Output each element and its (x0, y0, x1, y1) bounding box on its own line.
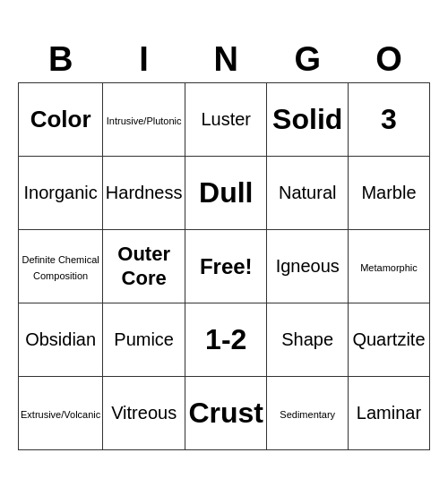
cell-r1-c0: Inorganic (19, 157, 103, 230)
cell-r4-c4: Laminar (348, 377, 429, 450)
cell-text: Shape (281, 329, 333, 349)
cell-text: Intrusive/Plutonic (107, 115, 182, 126)
cell-text: Inorganic (23, 183, 97, 202)
cell-text: Quartzite (352, 329, 425, 349)
cell-r2-c1: Outer Core (103, 230, 185, 303)
cell-text: Luster (201, 109, 251, 129)
cell-r1-c2: Dull (185, 157, 267, 230)
cell-r4-c2: Crust (185, 377, 267, 450)
cell-text: Outer Core (117, 243, 170, 288)
cell-r3-c0: Obsidian (19, 303, 103, 377)
header-row: B I N G O (19, 37, 430, 83)
cell-text: Crust (188, 397, 263, 429)
cell-r2-c4: Metamorphic (348, 230, 429, 303)
cell-r3-c3: Shape (267, 303, 349, 377)
cell-r0-c0: Color (19, 83, 103, 157)
header-b: B (19, 37, 103, 83)
cell-text: Definite Chemical Composition (22, 254, 99, 281)
cell-text: Pumice (114, 329, 174, 349)
header-o: O (348, 37, 429, 83)
table-row: Extrusive/VolcanicVitreousCrustSedimenta… (19, 377, 430, 450)
cell-r0-c2: Luster (185, 83, 267, 157)
cell-r3-c2: 1-2 (185, 303, 267, 377)
cell-text: Extrusive/Volcanic (21, 409, 100, 420)
cell-text: Metamorphic (360, 262, 418, 273)
cell-r1-c3: Natural (267, 157, 349, 230)
cell-r1-c1: Hardness (103, 157, 185, 230)
cell-r4-c3: Sedimentary (267, 377, 349, 450)
cell-text: Natural (279, 183, 336, 202)
cell-text: Color (30, 106, 91, 132)
cell-text: Sedimentary (280, 409, 335, 420)
header-g: G (267, 37, 349, 83)
cell-r4-c0: Extrusive/Volcanic (19, 377, 103, 450)
cell-r2-c0: Definite Chemical Composition (19, 230, 103, 303)
cell-text: Laminar (357, 403, 421, 423)
table-row: ObsidianPumice1-2ShapeQuartzite (19, 303, 430, 377)
cell-r1-c4: Marble (348, 157, 429, 230)
cell-r0-c4: 3 (348, 83, 429, 157)
cell-r2-c3: Igneous (267, 230, 349, 303)
table-row: InorganicHardnessDullNaturalMarble (19, 157, 430, 230)
cell-text: Vitreous (111, 403, 177, 423)
cell-text: Dull (199, 176, 253, 209)
bingo-card: B I N G O ColorIntrusive/PlutonicLusterS… (18, 37, 430, 451)
cell-text: Hardness (106, 183, 183, 202)
cell-r4-c1: Vitreous (103, 377, 185, 450)
cell-text: Solid (272, 103, 342, 135)
cell-r3-c1: Pumice (103, 303, 185, 377)
table-row: Definite Chemical CompositionOuter CoreF… (19, 230, 430, 303)
cell-text: Free! (200, 254, 253, 278)
table-row: ColorIntrusive/PlutonicLusterSolid3 (19, 83, 430, 157)
cell-r2-c2: Free! (185, 230, 267, 303)
cell-r3-c4: Quartzite (348, 303, 429, 377)
cell-text: Marble (361, 183, 416, 202)
header-i: I (103, 37, 185, 83)
cell-text: 1-2 (205, 323, 246, 355)
cell-text: 3 (381, 103, 397, 135)
cell-text: Obsidian (25, 329, 96, 349)
cell-r0-c3: Solid (267, 83, 349, 157)
cell-r0-c1: Intrusive/Plutonic (103, 83, 185, 157)
header-n: N (185, 37, 267, 83)
cell-text: Igneous (276, 256, 340, 276)
